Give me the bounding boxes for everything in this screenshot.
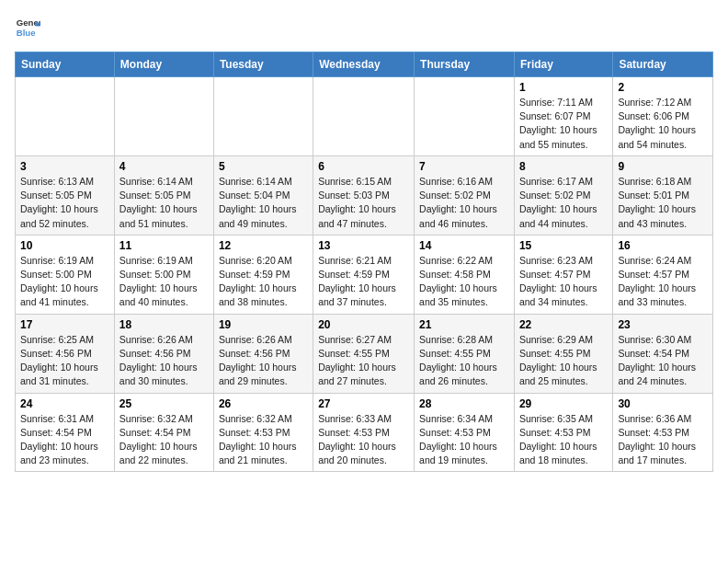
weekday-header-monday: Monday	[114, 52, 213, 77]
day-number: 2	[618, 81, 708, 94]
weekday-header-friday: Friday	[514, 52, 612, 77]
day-number: 16	[618, 239, 708, 252]
calendar-cell: 3Sunrise: 6:13 AM Sunset: 5:05 PM Daylig…	[16, 155, 115, 235]
weekday-header-saturday: Saturday	[613, 52, 713, 77]
weekday-header-wednesday: Wednesday	[313, 52, 415, 77]
calendar-cell: 8Sunrise: 6:17 AM Sunset: 5:02 PM Daylig…	[514, 155, 612, 235]
logo: General Blue	[15, 15, 40, 40]
day-number: 18	[119, 318, 209, 331]
day-info: Sunrise: 6:31 AM Sunset: 4:54 PM Dayligh…	[20, 412, 109, 468]
day-info: Sunrise: 6:18 AM Sunset: 5:01 PM Dayligh…	[618, 175, 708, 231]
week-row-2: 3Sunrise: 6:13 AM Sunset: 5:05 PM Daylig…	[16, 155, 713, 235]
calendar-cell	[16, 77, 115, 156]
day-number: 6	[318, 160, 409, 173]
calendar-cell: 1Sunrise: 7:11 AM Sunset: 6:07 PM Daylig…	[514, 77, 612, 156]
calendar-cell: 26Sunrise: 6:32 AM Sunset: 4:53 PM Dayli…	[213, 393, 313, 472]
calendar-cell	[313, 77, 415, 156]
weekday-header-tuesday: Tuesday	[213, 52, 313, 77]
day-number: 12	[219, 239, 308, 252]
calendar-cell: 6Sunrise: 6:15 AM Sunset: 5:03 PM Daylig…	[313, 155, 415, 235]
calendar-cell: 4Sunrise: 6:14 AM Sunset: 5:05 PM Daylig…	[114, 155, 213, 235]
day-info: Sunrise: 6:19 AM Sunset: 5:00 PM Dayligh…	[119, 254, 209, 310]
day-info: Sunrise: 6:23 AM Sunset: 4:57 PM Dayligh…	[519, 254, 608, 310]
day-number: 25	[119, 397, 209, 410]
day-info: Sunrise: 6:33 AM Sunset: 4:53 PM Dayligh…	[318, 412, 409, 468]
day-info: Sunrise: 6:36 AM Sunset: 4:53 PM Dayligh…	[618, 412, 708, 468]
calendar-cell: 19Sunrise: 6:26 AM Sunset: 4:56 PM Dayli…	[213, 314, 313, 393]
day-info: Sunrise: 6:14 AM Sunset: 5:05 PM Dayligh…	[119, 175, 209, 231]
calendar-table: SundayMondayTuesdayWednesdayThursdayFrid…	[15, 52, 713, 472]
day-number: 7	[419, 160, 509, 173]
calendar-cell: 12Sunrise: 6:20 AM Sunset: 4:59 PM Dayli…	[213, 235, 313, 314]
day-info: Sunrise: 6:17 AM Sunset: 5:02 PM Dayligh…	[519, 175, 608, 231]
day-info: Sunrise: 7:12 AM Sunset: 6:06 PM Dayligh…	[618, 96, 708, 152]
day-number: 21	[419, 318, 509, 331]
day-number: 1	[519, 81, 608, 94]
day-info: Sunrise: 6:16 AM Sunset: 5:02 PM Dayligh…	[419, 175, 509, 231]
day-number: 5	[219, 160, 308, 173]
day-info: Sunrise: 6:19 AM Sunset: 5:00 PM Dayligh…	[20, 254, 109, 310]
calendar-cell: 2Sunrise: 7:12 AM Sunset: 6:06 PM Daylig…	[613, 77, 713, 156]
calendar-cell: 22Sunrise: 6:29 AM Sunset: 4:55 PM Dayli…	[514, 314, 612, 393]
calendar-cell: 24Sunrise: 6:31 AM Sunset: 4:54 PM Dayli…	[16, 393, 115, 472]
day-number: 15	[519, 239, 608, 252]
calendar-cell	[114, 77, 213, 156]
logo-icon: General Blue	[15, 15, 40, 40]
weekday-header-sunday: Sunday	[16, 52, 115, 77]
calendar-cell: 10Sunrise: 6:19 AM Sunset: 5:00 PM Dayli…	[16, 235, 115, 314]
day-info: Sunrise: 6:32 AM Sunset: 4:54 PM Dayligh…	[119, 412, 209, 468]
weekday-header-thursday: Thursday	[415, 52, 515, 77]
day-number: 29	[519, 397, 608, 410]
day-info: Sunrise: 7:11 AM Sunset: 6:07 PM Dayligh…	[519, 96, 608, 152]
day-number: 11	[119, 239, 209, 252]
day-number: 13	[318, 239, 409, 252]
calendar-cell: 9Sunrise: 6:18 AM Sunset: 5:01 PM Daylig…	[613, 155, 713, 235]
day-info: Sunrise: 6:34 AM Sunset: 4:53 PM Dayligh…	[419, 412, 509, 468]
week-row-5: 24Sunrise: 6:31 AM Sunset: 4:54 PM Dayli…	[16, 393, 713, 472]
calendar-cell: 5Sunrise: 6:14 AM Sunset: 5:04 PM Daylig…	[213, 155, 313, 235]
day-number: 3	[20, 160, 109, 173]
day-info: Sunrise: 6:24 AM Sunset: 4:57 PM Dayligh…	[618, 254, 708, 310]
day-info: Sunrise: 6:15 AM Sunset: 5:03 PM Dayligh…	[318, 175, 409, 231]
calendar-cell: 17Sunrise: 6:25 AM Sunset: 4:56 PM Dayli…	[16, 314, 115, 393]
day-info: Sunrise: 6:29 AM Sunset: 4:55 PM Dayligh…	[519, 333, 608, 389]
day-info: Sunrise: 6:27 AM Sunset: 4:55 PM Dayligh…	[318, 333, 409, 389]
day-info: Sunrise: 6:14 AM Sunset: 5:04 PM Dayligh…	[219, 175, 308, 231]
day-info: Sunrise: 6:20 AM Sunset: 4:59 PM Dayligh…	[219, 254, 308, 310]
calendar-cell: 23Sunrise: 6:30 AM Sunset: 4:54 PM Dayli…	[613, 314, 713, 393]
day-number: 22	[519, 318, 608, 331]
day-number: 27	[318, 397, 409, 410]
day-info: Sunrise: 6:32 AM Sunset: 4:53 PM Dayligh…	[219, 412, 308, 468]
day-info: Sunrise: 6:28 AM Sunset: 4:55 PM Dayligh…	[419, 333, 509, 389]
day-number: 9	[618, 160, 708, 173]
day-info: Sunrise: 6:21 AM Sunset: 4:59 PM Dayligh…	[318, 254, 409, 310]
week-row-4: 17Sunrise: 6:25 AM Sunset: 4:56 PM Dayli…	[16, 314, 713, 393]
header-section: General Blue	[15, 15, 713, 40]
calendar-cell: 30Sunrise: 6:36 AM Sunset: 4:53 PM Dayli…	[613, 393, 713, 472]
calendar-cell: 14Sunrise: 6:22 AM Sunset: 4:58 PM Dayli…	[415, 235, 515, 314]
calendar-cell: 18Sunrise: 6:26 AM Sunset: 4:56 PM Dayli…	[114, 314, 213, 393]
day-number: 20	[318, 318, 409, 331]
calendar-cell: 25Sunrise: 6:32 AM Sunset: 4:54 PM Dayli…	[114, 393, 213, 472]
day-number: 23	[618, 318, 708, 331]
svg-text:Blue: Blue	[17, 28, 36, 38]
day-info: Sunrise: 6:25 AM Sunset: 4:56 PM Dayligh…	[20, 333, 109, 389]
day-info: Sunrise: 6:26 AM Sunset: 4:56 PM Dayligh…	[219, 333, 308, 389]
calendar-cell: 28Sunrise: 6:34 AM Sunset: 4:53 PM Dayli…	[415, 393, 515, 472]
weekday-header-row: SundayMondayTuesdayWednesdayThursdayFrid…	[16, 52, 713, 77]
day-number: 10	[20, 239, 109, 252]
calendar-cell: 16Sunrise: 6:24 AM Sunset: 4:57 PM Dayli…	[613, 235, 713, 314]
calendar-cell: 20Sunrise: 6:27 AM Sunset: 4:55 PM Dayli…	[313, 314, 415, 393]
day-number: 28	[419, 397, 509, 410]
day-number: 17	[20, 318, 109, 331]
calendar-cell: 11Sunrise: 6:19 AM Sunset: 5:00 PM Dayli…	[114, 235, 213, 314]
calendar-cell	[213, 77, 313, 156]
day-number: 8	[519, 160, 608, 173]
calendar-cell	[415, 77, 515, 156]
week-row-3: 10Sunrise: 6:19 AM Sunset: 5:00 PM Dayli…	[16, 235, 713, 314]
calendar-cell: 21Sunrise: 6:28 AM Sunset: 4:55 PM Dayli…	[415, 314, 515, 393]
day-number: 19	[219, 318, 308, 331]
calendar-cell: 27Sunrise: 6:33 AM Sunset: 4:53 PM Dayli…	[313, 393, 415, 472]
page-container: General Blue SundayMondayTuesdayWednesda…	[15, 15, 713, 472]
calendar-cell: 7Sunrise: 6:16 AM Sunset: 5:02 PM Daylig…	[415, 155, 515, 235]
